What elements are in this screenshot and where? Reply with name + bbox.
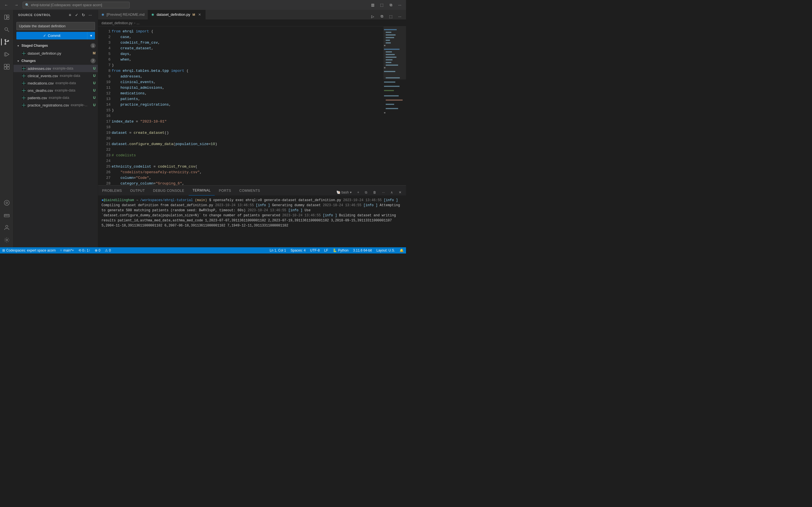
terminal-content[interactable]: ●@iaindillingham → /workspaces/ehrql-tut… [98,195,406,247]
activity-account[interactable] [1,222,12,233]
activity-search[interactable] [1,24,12,35]
layout-button[interactable]: ⬚ [378,2,386,8]
svg-point-21 [6,225,8,228]
commit-all-button[interactable]: ✓ [73,12,80,18]
activity-source-control[interactable] [1,36,12,48]
new-terminal-button[interactable]: 🐚 bash ▾ [334,189,354,195]
maximize-panel-button[interactable]: ∧ [388,189,395,195]
panel-tabs: PROBLEMS OUTPUT DEBUG CONSOLE TERMINAL P… [98,186,406,195]
svg-point-16 [6,202,8,204]
panel-tab-output[interactable]: OUTPUT [126,186,149,195]
close-panel-button[interactable]: ✕ [396,189,404,195]
position-label: Ln 1, Col 1 [269,248,286,252]
branch-icon: ⑂ [60,248,62,252]
commit-input-area: ✓ Commit ▾ [13,20,98,42]
bell-icon: 🔔 [400,248,404,252]
status-encoding[interactable]: UTF-8 [308,248,322,252]
back-button[interactable]: ← [2,2,10,8]
changes-view-button[interactable]: ≡ [67,12,73,18]
run-split-button[interactable]: ▷ [369,13,377,19]
sidebar-toggle-button[interactable]: ▥ [369,2,377,8]
more-actions-button[interactable]: ··· [396,2,404,8]
sidebar-actions: ≡ ✓ ↻ ··· [67,12,93,18]
breadcrumb-more[interactable]: ... [137,21,140,25]
change-filename-2: clinical_events.csv example-data [28,74,91,78]
split-editor-right-button[interactable]: ⧉ [378,13,386,19]
code-content[interactable]: from ehrql import ( case, codelist_from_… [112,26,384,185]
commit-button[interactable]: ✓ Commit [16,32,87,40]
status-eol[interactable]: LF [322,248,331,252]
change-file-addresses[interactable]: addresses.csv example-data ⧉ ↩ + U [13,65,98,72]
more-scm-button[interactable]: ··· [87,12,93,18]
main-content: Source Control ≡ ✓ ↻ ··· ✓ Commit ▾ [0,10,406,247]
split-editor-button[interactable]: ⧉ [387,2,395,8]
sidebar-title: Source Control [18,13,51,17]
editor-more-button[interactable]: ··· [396,13,404,19]
status-warnings[interactable]: ⚠ 0 [103,247,113,253]
panel-tab-ports[interactable]: PORTS [215,186,236,195]
status-position[interactable]: Ln 1, Col 1 [267,248,288,252]
status-branch[interactable]: ⑂ main*+ [58,247,76,253]
commit-message-input[interactable] [16,22,95,30]
svg-rect-19 [6,215,7,216]
more-terminal-button[interactable]: ··· [380,189,387,195]
activity-extensions[interactable] [1,61,12,72]
chevron-down-icon-terminal: ▾ [350,190,352,194]
status-bar-right: Ln 1, Col 1 Spaces: 4 UTF-8 LF 🐍 Python … [267,248,406,252]
split-terminal-button[interactable]: ⧉ [363,189,370,195]
csv-file-icon-2 [21,73,26,78]
tab-bar: ◉ [Preview] README.md ◉ dataset_definiti… [98,10,406,20]
warnings-label: ⚠ 0 [105,248,111,252]
layout-label: Layout: U.S. [376,248,395,252]
status-errors[interactable]: ⊗ 0 [93,247,103,253]
svg-rect-42 [384,86,400,87]
commit-dropdown-button[interactable]: ▾ [87,32,95,40]
activity-run[interactable] [1,49,12,60]
delete-terminal-button[interactable]: 🗑 [371,189,378,195]
status-sync[interactable]: ⟲ 0↓ 1↑ [76,247,93,253]
forward-button[interactable]: → [12,2,20,8]
change-file-practice-registrations[interactable]: practice_registrations.csv example-... U [13,101,98,109]
activity-docker[interactable] [1,210,12,221]
panel-tab-terminal[interactable]: TERMINAL [189,186,215,195]
add-terminal-button[interactable]: + [355,189,361,195]
change-file-patients[interactable]: patients.csv example-data U [13,94,98,101]
tab-dataset-definition[interactable]: ◉ dataset_definition.py M ✕ [148,10,205,19]
activity-github[interactable] [1,197,12,209]
commit-btn-row: ✓ Commit ▾ [16,32,95,40]
svg-rect-14 [7,67,9,69]
editor-layout-button[interactable]: ⬚ [387,13,395,19]
tab-readme-preview[interactable]: ◉ [Preview] README.md [98,10,148,19]
svg-rect-13 [4,67,6,69]
tab-close-button[interactable]: ✕ [197,12,202,17]
breadcrumb-file[interactable]: dataset_definition.py [101,21,133,25]
refresh-button[interactable]: ↻ [80,12,87,18]
branch-label: main*+ [63,248,74,252]
svg-rect-2 [7,17,9,19]
status-spaces[interactable]: Spaces: 4 [288,248,308,252]
status-layout[interactable]: Layout: U.S. [374,248,397,252]
change-file-status-1: U [91,66,96,70]
change-filename-5: patients.csv example-data [28,96,91,100]
svg-line-4 [7,30,9,32]
panel-tab-problems[interactable]: PROBLEMS [98,186,126,195]
search-bar[interactable]: 🔍 ehrql-tutorial [Codespaces: expert spa… [22,2,130,8]
breadcrumb: dataset_definition.py > ... [98,20,406,26]
panel-tab-debug-console[interactable]: DEBUG CONSOLE [149,186,189,195]
status-codespaces[interactable]: ⊞ Codespaces: expert space acorn [0,247,58,253]
activity-explorer[interactable] [1,11,12,23]
changes-header[interactable]: ▾ Changes 7 [13,57,98,65]
minimap [384,26,406,185]
change-file-clinical-events[interactable]: clinical_events.csv example-data U [13,72,98,79]
status-python-version[interactable]: 3.11.6 64-bit [351,248,374,252]
staged-changes-count: 1 [91,43,96,48]
staged-file-dataset-definition[interactable]: dataset_definition.py M [13,50,98,57]
change-file-medications[interactable]: medications.csv example-data U [13,79,98,87]
status-notifications[interactable]: 🔔 [397,248,406,252]
change-file-ons-deaths[interactable]: ons_deaths.csv example-data U [13,87,98,94]
activity-settings[interactable] [1,234,12,245]
svg-rect-18 [5,215,6,216]
status-language[interactable]: 🐍 Python [331,248,351,252]
staged-changes-header[interactable]: ▾ Staged Changes 1 [13,42,98,50]
panel-tab-comments[interactable]: COMMENTS [236,186,264,195]
